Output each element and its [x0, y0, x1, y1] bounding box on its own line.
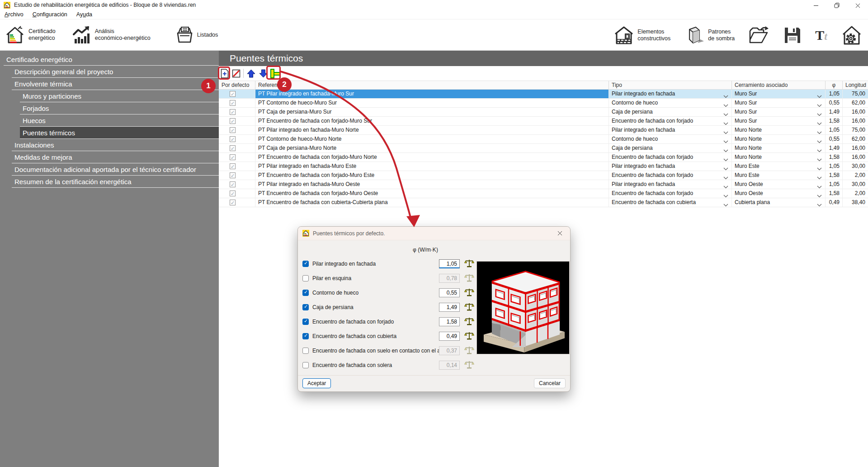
table-row[interactable]: PT Pilar integrado en fachada-Muro Sur P… — [219, 90, 868, 99]
referencia-cell[interactable]: PT Encuentro de fachada con forjado-Muro… — [255, 117, 609, 125]
bridge-type-checkbox[interactable] — [302, 362, 309, 368]
referencia-cell[interactable]: PT Caja de persiana-Muro Sur — [255, 108, 609, 116]
referencia-cell[interactable]: PT Contorno de hueco-Muro Norte — [255, 135, 609, 143]
bridge-type-checkbox[interactable] — [302, 275, 309, 281]
bridge-type-checkbox[interactable] — [302, 261, 309, 267]
scales-icon[interactable] — [464, 346, 474, 355]
cancel-button[interactable]: Cancelar — [534, 378, 566, 388]
scales-icon[interactable] — [464, 259, 474, 268]
scales-icon[interactable] — [464, 360, 474, 369]
energy-certificate-button[interactable]: Certificadoenergético — [4, 21, 57, 48]
row-default-checkbox[interactable] — [230, 118, 236, 124]
save-button[interactable] — [783, 22, 802, 49]
economic-analysis-button[interactable]: Análisiseconómico-energético — [70, 21, 151, 48]
tipo-dropdown[interactable]: Pilar integrado en fachada — [609, 180, 731, 189]
restore-button[interactable] — [826, 0, 847, 11]
scales-icon[interactable] — [464, 273, 474, 282]
settings-button[interactable] — [840, 22, 863, 49]
row-default-checkbox[interactable] — [230, 91, 236, 97]
cerramiento-dropdown[interactable]: Muro Oeste — [731, 189, 825, 198]
header-phi[interactable]: φ — [825, 81, 842, 90]
open-file-button[interactable] — [747, 22, 771, 49]
menu-archivo[interactable]: Archivo — [0, 10, 28, 19]
tipo-dropdown[interactable]: Contorno de hueco — [609, 135, 731, 143]
header-por-defecto[interactable]: Por defecto — [219, 81, 255, 90]
row-default-checkbox[interactable] — [230, 109, 236, 115]
table-row[interactable]: PT Encuentro de fachada con forjado-Muro… — [219, 171, 868, 180]
bridge-type-checkbox[interactable] — [302, 290, 309, 296]
referencia-cell[interactable]: PT Contorno de hueco-Muro Sur — [255, 99, 609, 107]
menu-ayuda[interactable]: Ayuda — [72, 10, 97, 19]
table-row[interactable]: PT Pilar integrado en fachada-Muro Norte… — [219, 126, 868, 135]
header-longitud[interactable]: Longitud — [842, 81, 868, 90]
row-default-checkbox[interactable] — [230, 181, 236, 187]
tipo-dropdown[interactable]: Encuentro de fachada con forjado — [609, 189, 731, 198]
cerramiento-dropdown[interactable]: Muro Norte — [731, 144, 825, 152]
sidebar-item[interactable]: Resumen de la certificación energética — [12, 176, 219, 188]
referencia-cell[interactable]: PT Encuentro de fachada con forjado-Muro… — [255, 153, 609, 162]
cerramiento-dropdown[interactable]: Muro Norte — [731, 135, 825, 143]
cerramiento-dropdown[interactable]: Muro Sur — [731, 117, 825, 125]
bridge-type-checkbox[interactable] — [302, 319, 309, 325]
scales-icon[interactable] — [464, 302, 474, 311]
referencia-cell[interactable]: PT Encuentro de fachada con forjado-Muro… — [255, 189, 609, 198]
tipo-dropdown[interactable]: Contorno de hueco — [609, 99, 731, 107]
sidebar-item[interactable]: Medidas de mejora — [12, 151, 219, 163]
cerramiento-dropdown[interactable]: Muro Sur — [731, 90, 825, 98]
header-tipo[interactable]: Tipo — [609, 81, 731, 90]
table-row[interactable]: PT Contorno de hueco-Muro Norte Contorno… — [219, 135, 868, 144]
fonts-button[interactable]: Tt — [814, 22, 828, 49]
phi-value-input[interactable] — [439, 317, 460, 326]
referencia-cell[interactable]: PT Pilar integrado en fachada-Muro Este — [255, 162, 609, 171]
phi-value-input[interactable] — [439, 332, 460, 341]
sidebar-item[interactable]: Puentes térmicos — [20, 127, 219, 139]
scales-icon[interactable] — [464, 317, 474, 326]
cerramiento-dropdown[interactable]: Muro Oeste — [731, 180, 825, 189]
row-default-checkbox[interactable] — [230, 145, 236, 151]
table-row[interactable]: PT Pilar integrado en fachada-Muro Este … — [219, 162, 868, 171]
accept-button[interactable]: Aceptar — [302, 378, 331, 388]
cerramiento-dropdown[interactable]: Muro Este — [731, 162, 825, 171]
sidebar-item[interactable]: Descripción general del proyecto — [12, 66, 219, 78]
cerramiento-dropdown[interactable]: Muro Este — [731, 171, 825, 180]
sidebar-item[interactable]: Muros y particiones — [20, 90, 219, 102]
phi-value-input[interactable] — [439, 274, 460, 283]
minimize-button[interactable] — [806, 0, 826, 11]
sidebar-item[interactable]: Envolvente térmica — [12, 78, 219, 90]
table-row[interactable]: PT Caja de persiana-Muro Norte Caja de p… — [219, 144, 868, 153]
tipo-dropdown[interactable]: Pilar integrado en fachada — [609, 126, 731, 134]
phi-value-input[interactable] — [439, 361, 460, 370]
listados-button[interactable]: Listados — [173, 21, 219, 48]
tipo-dropdown[interactable]: Caja de persiana — [609, 108, 731, 116]
construction-elements-button[interactable]: Elementosconstructivos — [613, 22, 671, 49]
table-row[interactable]: PT Caja de persiana-Muro Sur Caja de per… — [219, 108, 868, 117]
bridge-type-checkbox[interactable] — [302, 333, 309, 339]
sidebar-item[interactable]: Documentación adicional aportada por el … — [12, 163, 219, 176]
row-default-checkbox[interactable] — [230, 172, 236, 178]
table-row[interactable]: PT Encuentro de fachada con forjado-Muro… — [219, 153, 868, 162]
referencia-cell[interactable]: PT Caja de persiana-Muro Norte — [255, 144, 609, 152]
phi-value-input[interactable] — [439, 303, 460, 312]
header-referencia[interactable]: Referencia — [255, 81, 609, 90]
row-default-checkbox[interactable] — [230, 127, 236, 133]
row-default-checkbox[interactable] — [230, 154, 236, 160]
phi-value-input[interactable] — [439, 346, 460, 355]
row-default-checkbox[interactable] — [230, 200, 236, 205]
cerramiento-dropdown[interactable]: Muro Sur — [731, 99, 825, 107]
cerramiento-dropdown[interactable]: Muro Sur — [731, 108, 825, 116]
cerramiento-dropdown[interactable]: Muro Norte — [731, 153, 825, 162]
row-default-checkbox[interactable] — [230, 163, 236, 169]
table-row[interactable]: PT Pilar integrado en fachada-Muro Oeste… — [219, 180, 868, 189]
row-default-checkbox[interactable] — [230, 136, 236, 142]
tipo-dropdown[interactable]: Encuentro de fachada con cubierta — [609, 198, 731, 207]
referencia-cell[interactable]: PT Pilar integrado en fachada-Muro Sur — [255, 90, 609, 98]
tipo-dropdown[interactable]: Caja de persiana — [609, 144, 731, 152]
header-cerramiento[interactable]: Cerramiento asociado — [731, 81, 825, 90]
tipo-dropdown[interactable]: Encuentro de fachada con forjado — [609, 117, 731, 125]
tipo-dropdown[interactable]: Pilar integrado en fachada — [609, 90, 731, 98]
scales-icon[interactable] — [464, 288, 474, 297]
sidebar-item[interactable]: Forjados — [20, 102, 219, 114]
row-default-checkbox[interactable] — [230, 100, 236, 106]
cerramiento-dropdown[interactable]: Muro Norte — [731, 126, 825, 134]
phi-value-input[interactable] — [439, 288, 460, 297]
